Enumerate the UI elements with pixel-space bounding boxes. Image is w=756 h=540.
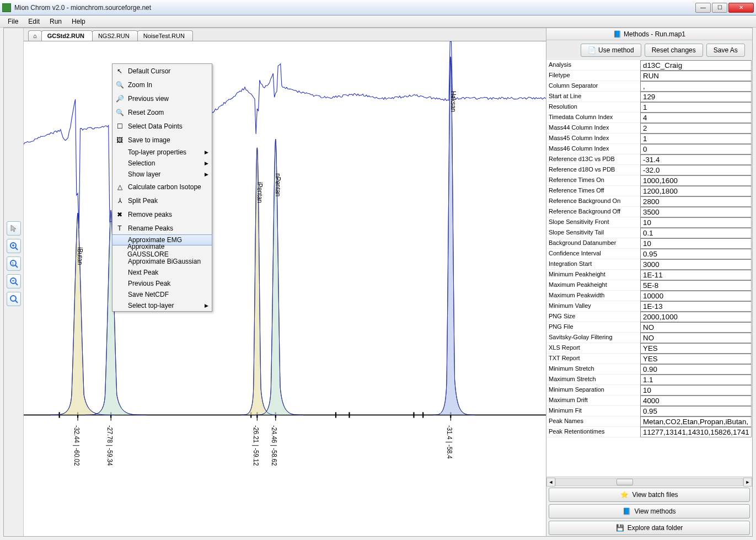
property-row: Integration Start bbox=[546, 259, 752, 270]
property-value-input[interactable] bbox=[640, 196, 752, 207]
property-value-input[interactable] bbox=[640, 207, 752, 217]
property-value-input[interactable] bbox=[640, 375, 752, 385]
property-value-input[interactable] bbox=[640, 165, 752, 175]
context-menu-item[interactable]: Save NetCDF bbox=[112, 289, 212, 300]
use-method-button[interactable]: 📄Use method bbox=[581, 44, 641, 57]
tab-noisetest[interactable]: NoiseTest.RUN bbox=[137, 30, 193, 41]
reset-changes-button[interactable]: Reset changes bbox=[645, 44, 703, 57]
property-value-input[interactable] bbox=[640, 113, 752, 123]
property-value-input[interactable] bbox=[640, 322, 752, 333]
view-methods-button[interactable]: 📘View methods bbox=[549, 504, 750, 518]
tab-ngs2[interactable]: NGS2.RUN bbox=[92, 30, 138, 41]
tab-gcstd2[interactable]: GCStd2.RUN bbox=[41, 30, 93, 41]
property-value-input[interactable] bbox=[640, 60, 752, 71]
property-label: Peak Retentiontimes bbox=[546, 427, 640, 437]
prev-icon: 🔎 bbox=[115, 94, 125, 104]
property-label: Background Datanumber bbox=[546, 238, 640, 249]
property-value-input[interactable] bbox=[640, 71, 752, 81]
property-value-input[interactable] bbox=[640, 333, 752, 343]
save-as-button[interactable]: Save As bbox=[706, 44, 745, 57]
menu-file[interactable]: File bbox=[3, 17, 23, 26]
scroll-right-arrow[interactable]: ► bbox=[743, 478, 752, 486]
explore-data-folder-button[interactable]: 💾Explore data folder bbox=[549, 521, 750, 535]
isotope-icon: △ bbox=[115, 182, 125, 192]
property-value-input[interactable] bbox=[640, 259, 752, 270]
scroll-track[interactable] bbox=[555, 478, 743, 486]
property-value-input[interactable] bbox=[640, 280, 752, 291]
property-value-input[interactable] bbox=[640, 102, 752, 113]
property-value-input[interactable] bbox=[640, 385, 752, 395]
property-value-input[interactable] bbox=[640, 92, 752, 102]
chart-area[interactable]: iButaniPentannPentanHeksan-32.44 | -60.0… bbox=[24, 41, 546, 536]
property-value-input[interactable] bbox=[640, 186, 752, 196]
property-value-input[interactable] bbox=[640, 81, 752, 92]
property-value-input[interactable] bbox=[640, 133, 752, 144]
property-row: Minimum Fit bbox=[546, 406, 752, 416]
tool-cursor[interactable] bbox=[7, 221, 21, 236]
scroll-thumb[interactable] bbox=[616, 479, 633, 485]
property-value-input[interactable] bbox=[640, 301, 752, 312]
context-menu-item[interactable]: Top-layer properties▶ bbox=[112, 147, 212, 158]
context-menu-item[interactable]: Selection▶ bbox=[112, 158, 212, 169]
context-menu-label: Approximate BiGaussian bbox=[128, 258, 201, 265]
context-menu-item[interactable]: TRename Peaks bbox=[112, 221, 212, 235]
tool-zoom-in[interactable] bbox=[7, 239, 21, 253]
property-value-input[interactable] bbox=[640, 291, 752, 301]
property-value-input[interactable] bbox=[640, 343, 752, 354]
property-value-input[interactable] bbox=[640, 312, 752, 322]
context-menu-item[interactable]: Approximate GAUSSLORE bbox=[112, 245, 212, 256]
property-value-input[interactable] bbox=[640, 144, 752, 154]
tab-label: GCStd2.RUN bbox=[47, 33, 84, 39]
property-value-input[interactable] bbox=[640, 123, 752, 133]
context-menu-item[interactable]: Previous Peak bbox=[112, 278, 212, 289]
tool-prev-view[interactable]: 1 bbox=[7, 256, 21, 271]
close-button[interactable]: ✕ bbox=[728, 3, 754, 13]
menu-help[interactable]: Help bbox=[67, 17, 90, 26]
property-value-input[interactable] bbox=[640, 364, 752, 375]
property-value-input[interactable] bbox=[640, 175, 752, 186]
menu-edit[interactable]: Edit bbox=[24, 17, 44, 26]
context-menu-item[interactable]: 🔍Reset Zoom bbox=[112, 105, 212, 119]
tab-home[interactable]: ⌂ bbox=[28, 30, 42, 41]
property-value-input[interactable] bbox=[640, 427, 752, 437]
context-menu-item[interactable]: 🖼Save to image bbox=[112, 133, 212, 147]
property-value-input[interactable] bbox=[640, 249, 752, 259]
property-value-input[interactable] bbox=[640, 416, 752, 427]
context-menu-label: Save NetCDF bbox=[128, 291, 169, 298]
property-value-input[interactable] bbox=[640, 354, 752, 364]
property-value-input[interactable] bbox=[640, 395, 752, 406]
property-value-input[interactable] bbox=[640, 154, 752, 165]
scroll-left-arrow[interactable]: ◄ bbox=[546, 478, 555, 486]
context-menu-item[interactable]: ☐Select Data Points bbox=[112, 119, 212, 133]
context-menu-item[interactable]: △Calculate carbon Isotope bbox=[112, 180, 212, 194]
property-row: Minimum Stretch bbox=[546, 364, 752, 375]
property-value-input[interactable] bbox=[640, 217, 752, 228]
context-menu-label: Next Peak bbox=[128, 269, 158, 276]
context-menu-item[interactable]: 🔎Previous view bbox=[112, 92, 212, 105]
context-menu-label: Selection bbox=[128, 159, 155, 167]
submenu-arrow-icon: ▶ bbox=[205, 149, 208, 155]
minimize-button[interactable]: — bbox=[695, 3, 711, 13]
context-menu-item[interactable]: ✖Remove peaks bbox=[112, 207, 212, 221]
property-value-input[interactable] bbox=[640, 270, 752, 280]
property-value-input[interactable] bbox=[640, 238, 752, 249]
context-menu-item[interactable]: 🔍Zoom In bbox=[112, 78, 212, 92]
view-batch-files-button[interactable]: ⭐View batch files bbox=[549, 488, 750, 502]
context-menu-item[interactable]: ↖Default Cursor bbox=[112, 64, 212, 78]
property-value-input[interactable] bbox=[640, 406, 752, 416]
context-menu-item[interactable]: Select top-layer▶ bbox=[112, 300, 212, 311]
horizontal-scrollbar[interactable]: ◄ ► bbox=[546, 477, 752, 486]
context-menu-label: Split Peak bbox=[128, 197, 158, 205]
maximize-button[interactable]: ☐ bbox=[712, 3, 727, 13]
menu-run[interactable]: Run bbox=[45, 17, 66, 26]
tool-zoom-out[interactable] bbox=[7, 274, 21, 288]
context-menu-item[interactable]: ⅄Split Peak bbox=[112, 194, 212, 207]
context-menu-item[interactable]: Next Peak bbox=[112, 267, 212, 278]
checkbox-icon: ☐ bbox=[115, 121, 125, 131]
property-label: Minimum Stretch bbox=[546, 364, 640, 375]
context-menu-label: Zoom In bbox=[128, 81, 152, 89]
context-menu-item[interactable]: Show layer▶ bbox=[112, 169, 212, 180]
property-value-input[interactable] bbox=[640, 228, 752, 238]
tool-reset-zoom[interactable] bbox=[7, 292, 21, 306]
context-menu-item[interactable]: Approximate BiGaussian bbox=[112, 256, 212, 267]
